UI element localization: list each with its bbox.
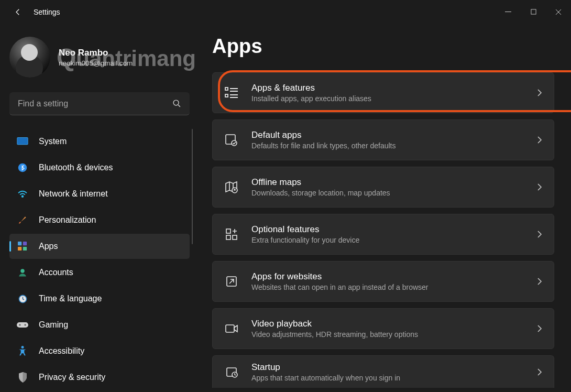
card-default-apps[interactable]: Default apps Defaults for file and link … [212, 119, 554, 160]
sidebar-item-label: System [39, 137, 67, 146]
card-offline-maps[interactable]: Offline maps Downloads, storage location… [212, 167, 554, 208]
maximize-button[interactable] [521, 0, 546, 24]
sidebar-item-accessibility[interactable]: Accessibility [9, 339, 190, 364]
search-box[interactable] [9, 92, 190, 115]
window-controls [496, 0, 571, 24]
profile-block[interactable]: Neo Rambo neokim005@gmail.com Quantriman… [9, 37, 190, 78]
startup-icon [224, 365, 239, 379]
sidebar-item-privacy[interactable]: Privacy & security [9, 365, 190, 390]
sidebar-item-gaming[interactable]: Gaming [9, 312, 190, 337]
chevron-right-icon [537, 230, 542, 238]
card-title: Default apps [251, 130, 524, 140]
card-optional-features[interactable]: Optional features Extra functionality fo… [212, 214, 554, 255]
card-apps-features[interactable]: Apps & features Installed apps, app exec… [212, 72, 554, 113]
card-title: Apps & features [251, 83, 524, 93]
svg-point-2 [173, 100, 179, 105]
card-subtitle: Defaults for file and link types, other … [251, 141, 524, 150]
apps-icon [17, 241, 28, 252]
card-subtitle: Websites that can open in an app instead… [251, 283, 524, 291]
svg-rect-18 [225, 88, 228, 90]
sidebar-item-accounts[interactable]: Accounts [9, 260, 190, 285]
map-icon [224, 180, 239, 194]
sidebar: Neo Rambo neokim005@gmail.com Quantriman… [0, 24, 199, 392]
sidebar-item-label: Privacy & security [39, 373, 105, 382]
card-title: Video playback [251, 319, 524, 329]
chevron-right-icon [537, 89, 542, 97]
sidebar-item-label: Network & internet [39, 189, 108, 199]
sidebar-item-time[interactable]: Time & language [9, 286, 190, 311]
card-title: Optional features [251, 224, 524, 235]
chevron-right-icon [537, 277, 542, 286]
card-video-playback[interactable]: Video playback Video adjustments, HDR st… [212, 308, 554, 349]
video-icon [224, 321, 239, 336]
shield-icon [17, 372, 28, 383]
sidebar-item-label: Accounts [39, 268, 73, 277]
card-startup[interactable]: Startup Apps that start automatically wh… [212, 355, 554, 388]
avatar [9, 37, 50, 78]
sidebar-item-label: Bluetooth & devices [39, 163, 113, 172]
account-icon [17, 267, 28, 278]
search-input[interactable] [18, 99, 154, 108]
window-title: Settings [34, 8, 60, 16]
sidebar-item-label: Time & language [39, 294, 102, 303]
svg-rect-27 [226, 325, 234, 332]
sidebar-item-personalization[interactable]: Personalization [9, 208, 190, 233]
maximize-icon [531, 9, 536, 15]
svg-rect-14 [17, 322, 28, 328]
chevron-right-icon [537, 136, 542, 144]
accessibility-icon [17, 345, 28, 357]
page-title: Apps [212, 35, 554, 58]
card-subtitle: Video adjustments, HDR streaming, batter… [251, 330, 524, 339]
svg-point-17 [21, 346, 24, 349]
card-apps-websites[interactable]: Apps for websites Websites that can open… [212, 261, 554, 302]
optional-features-icon [224, 227, 239, 242]
card-title: Apps for websites [251, 271, 524, 282]
sidebar-item-system[interactable]: System [9, 129, 190, 154]
profile-email: neokim005@gmail.com [59, 59, 133, 67]
default-apps-icon [224, 133, 239, 147]
web-app-icon [224, 274, 239, 289]
minimize-button[interactable] [496, 0, 521, 24]
search-icon [172, 99, 181, 108]
svg-point-5 [18, 164, 27, 172]
profile-text: Neo Rambo neokim005@gmail.com [59, 48, 133, 67]
nav-list: System Bluetooth & devices Network & int… [9, 129, 190, 390]
sidebar-item-label: Gaming [39, 320, 68, 330]
profile-name: Neo Rambo [59, 48, 133, 58]
sidebar-item-network[interactable]: Network & internet [9, 181, 190, 206]
chevron-right-icon [537, 324, 542, 333]
sidebar-item-bluetooth[interactable]: Bluetooth & devices [9, 155, 190, 180]
sidebar-scrollbar[interactable] [192, 129, 193, 244]
titlebar: Settings [0, 0, 571, 24]
svg-rect-23 [226, 229, 230, 233]
svg-rect-0 [505, 12, 511, 12]
back-button[interactable] [9, 4, 26, 20]
settings-card-list: Apps & features Installed apps, app exec… [212, 72, 554, 388]
card-subtitle: Downloads, storage location, map updates [251, 189, 524, 197]
sidebar-item-label: Accessibility [39, 346, 84, 356]
svg-rect-7 [18, 242, 21, 245]
sidebar-item-label: Personalization [39, 215, 96, 225]
chevron-right-icon [537, 183, 542, 191]
sidebar-item-apps[interactable]: Apps [9, 234, 190, 259]
svg-point-11 [20, 269, 25, 273]
svg-rect-10 [23, 247, 27, 251]
card-subtitle: Extra functionality for your device [251, 236, 524, 244]
svg-point-6 [22, 196, 24, 198]
svg-rect-24 [226, 235, 230, 239]
wifi-icon [17, 188, 28, 200]
svg-rect-19 [225, 94, 228, 97]
card-subtitle: Apps that start automatically when you s… [251, 374, 524, 382]
svg-rect-4 [17, 138, 28, 144]
svg-point-16 [24, 324, 26, 325]
card-title: Offline maps [251, 177, 524, 188]
bluetooth-icon [17, 162, 28, 173]
clock-icon [17, 293, 28, 304]
close-button[interactable] [546, 0, 571, 24]
svg-rect-9 [18, 247, 21, 251]
close-icon [555, 9, 562, 15]
svg-point-15 [19, 324, 20, 325]
card-subtitle: Installed apps, app execution aliases [251, 94, 524, 103]
card-title: Startup [251, 362, 524, 373]
main-panel: Apps Apps & features Installed apps, app… [199, 24, 571, 392]
